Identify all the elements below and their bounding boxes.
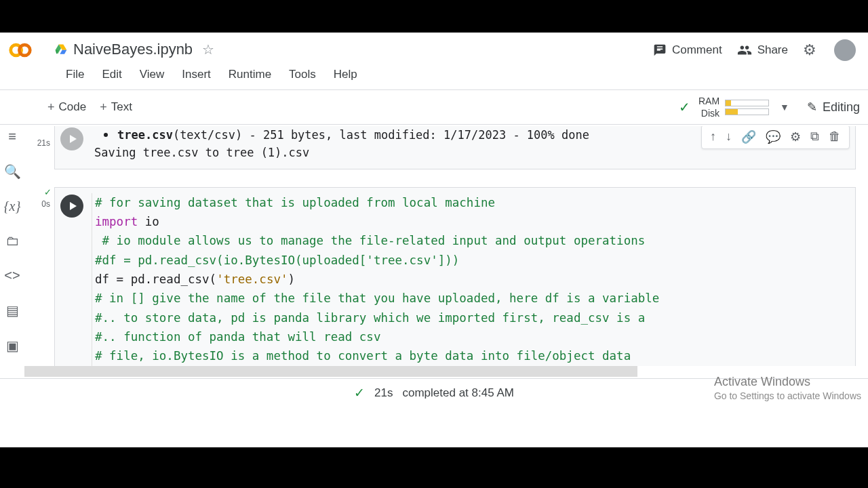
svg-point-1 [19,45,30,56]
cell2-code-editor[interactable]: # for saving dataset that is uploaded fr… [92,193,855,366]
add-code-button[interactable]: +Code [41,98,93,117]
status-duration: 21s [374,386,393,400]
cell-ok-check-icon: ✓ [44,187,52,197]
terminal-icon[interactable]: ▣ [6,338,19,354]
horizontal-scrollbar[interactable] [24,366,637,377]
move-down-icon[interactable]: ↓ [722,128,736,146]
cell-settings-icon[interactable]: ⚙ [786,128,805,146]
colab-logo[interactable] [0,37,41,63]
resources-dropdown-icon[interactable]: ▼ [774,102,795,113]
resources-indicator[interactable]: ✓ RAM Disk ▼ [679,95,795,119]
editing-mode-button[interactable]: ✎ Editing [807,100,860,115]
cell1[interactable]: ↑ ↓ 🔗 💬 ⚙ ⧉ 🗑 tree.csv(text/csv) - 251 b… [54,126,856,169]
cells-area: 21s ↑ ↓ 🔗 💬 ⚙ ⧉ 🗑 tree.csv(text/csv) - 2… [24,126,868,366]
drive-icon [54,43,68,56]
header: NaiveBayes.ipynb ☆ Comment Share ⚙ [0,33,868,65]
move-up-icon[interactable]: ↑ [706,128,720,146]
cell-comment-icon[interactable]: 💬 [762,128,785,146]
ram-bar [725,100,769,106]
toolbar: +Code +Text ✓ RAM Disk ▼ ✎ Editing [0,89,868,125]
variables-icon[interactable]: {x} [4,199,21,214]
link-icon[interactable]: 🔗 [737,128,760,146]
disk-label: Disk [698,107,719,119]
connected-check-icon: ✓ [679,99,690,115]
run-button[interactable] [60,127,83,150]
disk-bar [725,108,769,115]
avatar[interactable] [834,39,856,61]
status-check-icon: ✓ [354,385,365,401]
activate-windows-watermark: Activate Windows Go to Settings to activ… [714,373,861,403]
menu-tools[interactable]: Tools [281,65,323,84]
menu-runtime[interactable]: Runtime [221,65,279,84]
menu-view[interactable]: View [132,65,172,84]
toc-icon[interactable]: ≡ [8,129,16,144]
cell1-output: tree.csv(text/csv) - 251 bytes, last mod… [90,126,597,162]
mirror-icon[interactable]: ⧉ [806,128,823,146]
add-text-button[interactable]: +Text [93,98,139,117]
cell2[interactable]: # for saving dataset that is uploaded fr… [54,187,856,366]
share-button[interactable]: Share [737,43,788,58]
status-completed: completed at 8:45 AM [402,386,513,400]
pencil-icon: ✎ [807,100,817,115]
ram-label: RAM [698,95,719,107]
menu-help[interactable]: Help [326,65,365,84]
colab-window: NaiveBayes.ipynb ☆ Comment Share ⚙ File … [0,33,868,447]
star-icon[interactable]: ☆ [202,41,214,58]
letterbox-bottom [0,447,868,488]
code-snippets-icon[interactable]: <> [4,268,20,283]
notebook-title[interactable]: NaiveBayes.ipynb [73,41,193,58]
files-icon[interactable]: 🗀 [5,233,19,249]
comment-icon [653,43,667,57]
search-icon[interactable]: 🔍 [4,163,21,180]
command-palette-icon[interactable]: ▤ [6,302,19,319]
letterbox-top [0,0,868,33]
menu-edit[interactable]: Edit [94,65,129,84]
run-button[interactable] [60,195,83,218]
menu-insert[interactable]: Insert [174,65,218,84]
comment-button[interactable]: Comment [653,43,722,57]
settings-icon[interactable]: ⚙ [803,41,816,59]
menu-bar: File Edit View Insert Runtime Tools Help [0,65,868,89]
left-rail: ≡ 🔍 {x} 🗀 <> ▤ ▣ [0,127,24,407]
share-icon [737,43,752,58]
cell1-gutter: 21s [24,126,54,169]
cell2-gutter: ✓ 0s [24,187,54,366]
cell-toolbar: ↑ ↓ 🔗 💬 ⚙ ⧉ 🗑 [701,126,850,149]
delete-icon[interactable]: 🗑 [825,128,845,146]
menu-file[interactable]: File [58,65,92,84]
